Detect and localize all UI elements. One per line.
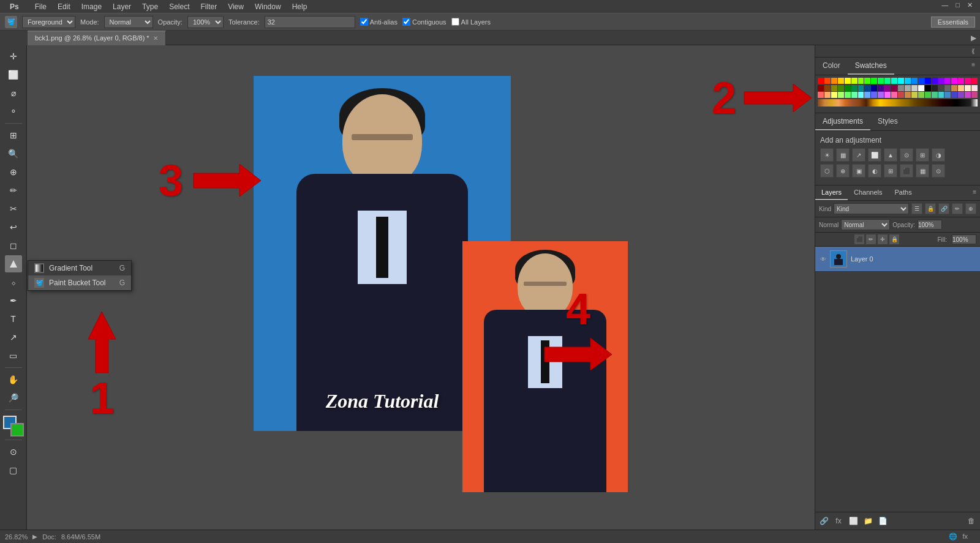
color-swatch-15[interactable]	[918, 78, 924, 84]
lock-icon[interactable]: 🔒	[925, 203, 936, 214]
colorlookup-icon[interactable]: ▣	[852, 164, 865, 178]
fill-input[interactable]	[952, 234, 976, 244]
essentials-button[interactable]: Essentials	[931, 17, 975, 28]
paths-tab[interactable]: Paths	[889, 185, 918, 200]
lock-all-icon[interactable]: 🔒	[889, 234, 899, 244]
tab-close-button[interactable]: ✕	[153, 35, 158, 42]
color-swatch-4[interactable]	[845, 78, 851, 84]
bw-icon[interactable]: ◑	[932, 148, 945, 162]
quick-select-tool[interactable]: ⚬	[5, 103, 22, 120]
color-swatch-42[interactable]	[938, 85, 944, 91]
color-swatch-25[interactable]	[824, 85, 831, 91]
lock-pixels-icon[interactable]: ✏	[866, 234, 876, 244]
background-color[interactable]	[10, 423, 24, 436]
color-swatch-extra-5[interactable]	[851, 92, 858, 98]
hand-tool[interactable]: ✋	[5, 371, 22, 388]
zoom-tool[interactable]: 🔎	[5, 389, 22, 406]
document-tab[interactable]: bck1.png @ 26.8% (Layer 0, RGB/8) * ✕	[28, 31, 166, 45]
gradient-tool[interactable]	[5, 255, 22, 272]
color-swatch-extra-13[interactable]	[905, 92, 911, 98]
minimize-button[interactable]: —	[939, 1, 951, 9]
layer-0-item[interactable]: 👁 Layer 0	[815, 247, 980, 272]
menu-type[interactable]: Type	[137, 1, 163, 12]
shape-tool[interactable]: ▭	[5, 347, 22, 364]
context-paint-bucket-tool[interactable]: 🪣 Paint Bucket Tool G	[28, 275, 131, 290]
color-swatch-22[interactable]	[965, 78, 971, 84]
color-swatch-18[interactable]	[938, 78, 944, 84]
layers-menu-icon[interactable]: ≡	[969, 185, 980, 200]
context-gradient-tool[interactable]: Gradient Tool G	[28, 261, 131, 275]
color-swatch-44[interactable]	[951, 85, 957, 91]
mode-dropdown[interactable]: Normal	[104, 16, 153, 28]
blendmode-dropdown[interactable]: Normal	[841, 219, 890, 230]
color-swatch-3[interactable]	[838, 78, 844, 84]
link-layers-icon[interactable]: 🔗	[818, 515, 830, 527]
color-swatch-extra-17[interactable]	[932, 92, 938, 98]
color-swatch-extra-12[interactable]	[898, 92, 904, 98]
color-swatch-extra-14[interactable]	[911, 92, 918, 98]
filter2-icon[interactable]: ⊕	[965, 203, 976, 214]
channelmix-icon[interactable]: ⊕	[836, 164, 850, 178]
tolerance-input[interactable]	[265, 16, 355, 28]
color-swatch-20[interactable]	[951, 78, 957, 84]
layer-effects-icon[interactable]: fx	[832, 515, 845, 527]
color-swatch-37[interactable]	[905, 85, 911, 91]
color-swatch-extra-3[interactable]	[838, 92, 844, 98]
threshold-icon[interactable]: ⬛	[900, 164, 913, 178]
menu-filter[interactable]: Filter	[195, 1, 222, 12]
color-swatch-40[interactable]	[925, 85, 931, 91]
filter-icon[interactable]: ☰	[911, 203, 922, 214]
exposure-icon[interactable]: ⬜	[868, 148, 881, 162]
color-swatch-14[interactable]	[911, 78, 918, 84]
color-swatch-17[interactable]	[932, 78, 938, 84]
styles-tab[interactable]: Styles	[870, 113, 905, 130]
foreground-dropdown[interactable]: Foreground	[22, 16, 75, 28]
color-swatch-extra-11[interactable]	[891, 92, 897, 98]
color-swatch-5[interactable]	[851, 78, 858, 84]
color-swatch-extra-23[interactable]	[971, 92, 978, 98]
new-group-icon[interactable]: 📁	[862, 515, 874, 527]
color-swatch-extra-9[interactable]	[878, 92, 884, 98]
color-swatch-29[interactable]	[851, 85, 858, 91]
color-swatch-39[interactable]	[918, 85, 924, 91]
posterize-icon[interactable]: ⊞	[884, 164, 897, 178]
layers-tab[interactable]: Layers	[815, 185, 848, 200]
color-swatch-6[interactable]	[858, 78, 864, 84]
crop-tool[interactable]: ⊞	[5, 127, 22, 144]
type-tool[interactable]: T	[5, 310, 22, 328]
screen-mode-tool[interactable]: ▢	[5, 462, 22, 479]
color-swatch-46[interactable]	[965, 85, 971, 91]
anti-alias-check[interactable]: Anti-alias	[360, 18, 398, 26]
close-button[interactable]: ✕	[965, 1, 975, 9]
curves-icon[interactable]: ↗	[852, 148, 865, 162]
color-swatch-38[interactable]	[911, 85, 918, 91]
color-swatch-8[interactable]	[871, 78, 877, 84]
hsl-icon[interactable]: ⊙	[900, 148, 913, 162]
selective-color-icon[interactable]: ⊙	[932, 164, 945, 178]
color-swatch-16[interactable]	[925, 78, 931, 84]
color-swatch-0[interactable]	[818, 78, 824, 84]
clone-tool[interactable]: ✂	[5, 200, 22, 217]
brush-icon[interactable]: ✏	[952, 203, 963, 214]
color-swatch-extra-1[interactable]	[824, 92, 831, 98]
color-swatch-23[interactable]	[971, 78, 978, 84]
new-layer-icon[interactable]: 📄	[876, 515, 889, 527]
color-swatch-30[interactable]	[858, 85, 864, 91]
levels-icon[interactable]: ▦	[836, 148, 850, 162]
color-swatch-extra-18[interactable]	[938, 92, 944, 98]
color-swatch-extra-8[interactable]	[871, 92, 877, 98]
color-swatch-10[interactable]	[884, 78, 891, 84]
menu-help[interactable]: Help	[287, 1, 312, 12]
color-swatch-41[interactable]	[932, 85, 938, 91]
color-swatch-31[interactable]	[864, 85, 870, 91]
color-swatch-extra-4[interactable]	[845, 92, 851, 98]
color-swatch-45[interactable]	[958, 85, 964, 91]
contiguous-check[interactable]: Contiguous	[402, 18, 447, 26]
color-swatch-extra-20[interactable]	[951, 92, 957, 98]
delete-layer-icon[interactable]: 🗑	[965, 515, 978, 527]
adjustments-tab[interactable]: Adjustments	[815, 113, 870, 130]
menu-file[interactable]: File	[30, 1, 51, 12]
color-tab[interactable]: Color	[815, 58, 848, 75]
panel-menu-icon[interactable]: ≡	[967, 58, 980, 75]
color-swatch-26[interactable]	[831, 85, 837, 91]
